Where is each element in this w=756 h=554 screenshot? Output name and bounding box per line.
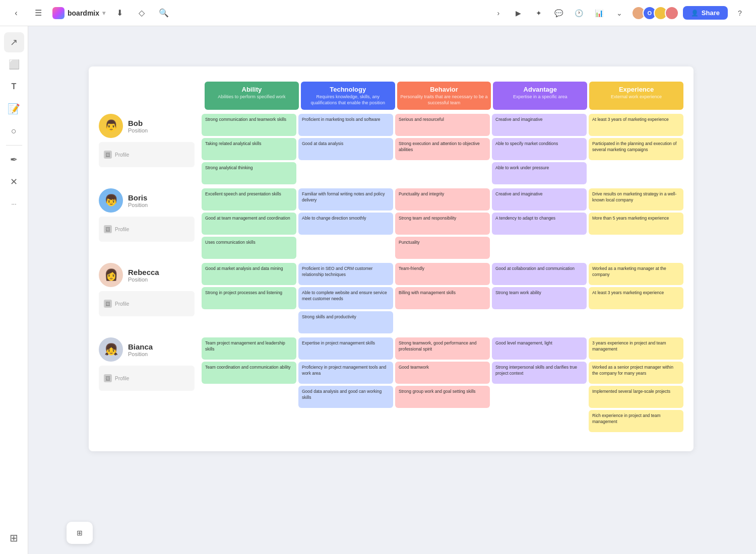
search-button[interactable]: 🔍 <box>156 5 172 21</box>
boris-tech-2[interactable]: Able to change direction smoothly <box>298 213 393 235</box>
add-frame-button[interactable]: ⊞ <box>4 528 24 548</box>
bob-behav-1[interactable]: Serious and resourceful <box>395 114 490 136</box>
rebecca-tech-3[interactable]: Strong skills and productivity <box>298 311 393 333</box>
bianca-ability-col: Team project management and leadership s… <box>202 337 296 432</box>
boris-exp-1[interactable]: Drive results on marketing strategy in a… <box>589 188 683 211</box>
profile-label-rebecca: Profile <box>115 301 129 307</box>
bob-exp-2[interactable]: Participated in the planning and executi… <box>589 138 683 160</box>
play-icon[interactable]: ▶ <box>511 5 527 21</box>
rebecca-advantage-col: Good at collaboration and communication … <box>492 263 587 333</box>
profile-label-boris: Profile <box>115 227 129 232</box>
pen-tool-button[interactable]: ✒ <box>4 150 24 170</box>
chat-icon[interactable]: 💬 <box>551 5 567 21</box>
bob-ability-3[interactable]: Strong analytical thinking <box>202 162 296 184</box>
bob-tech-1[interactable]: Proficient in marketing tools and softwa… <box>298 114 393 136</box>
bob-exp-1[interactable]: At least 3 years of marketing experience <box>589 114 683 136</box>
rebecca-tech-1[interactable]: Proficient in SEO and CRM customer relat… <box>298 263 393 285</box>
rebecca-technology-col: Proficient in SEO and CRM customer relat… <box>298 263 393 333</box>
boris-behav-2[interactable]: Strong team and responsibility <box>395 213 490 235</box>
rebecca-adv-1[interactable]: Good at collaboration and communication <box>492 263 587 285</box>
share-button[interactable]: 👤 Share <box>683 6 728 20</box>
star-icon[interactable]: ✦ <box>531 5 547 21</box>
bianca-tech-2[interactable]: Proficiency in project management tools … <box>298 362 393 384</box>
rebecca-tech-2[interactable]: Able to complete website and ensure serv… <box>298 287 393 309</box>
boris-behav-3[interactable]: Punctuality <box>395 237 490 259</box>
bianca-ability-1[interactable]: Team project management and leadership s… <box>202 337 296 360</box>
more-tools-button[interactable]: ··· <box>4 194 24 214</box>
bianca-exp-4[interactable]: Rich experience in project and team mana… <box>589 410 683 432</box>
dropdown-icon[interactable]: ▾ <box>102 10 105 17</box>
bianca-adv-1[interactable]: Good level management, light <box>492 337 587 360</box>
boris-ability-2[interactable]: Good at team management and coordination <box>202 213 296 235</box>
bob-behav-2[interactable]: Strong execution and attention to object… <box>395 138 490 160</box>
add-content-button[interactable]: ⊞ <box>72 525 88 541</box>
select-tool-button[interactable]: ↗ <box>4 32 24 52</box>
person-info-rebecca: 👩 Rebecca Position 🖼 Profile <box>99 263 200 316</box>
frame-tool-button[interactable]: ⬜ <box>4 54 24 75</box>
bob-experience-col: At least 3 years of marketing experience… <box>589 114 683 184</box>
bianca-behavior-col: Strong teamwork, good performance and pr… <box>395 337 490 432</box>
more-icon[interactable]: ⌄ <box>611 5 627 21</box>
technology-title: Technology <box>303 86 393 93</box>
bianca-behav-1[interactable]: Strong teamwork, good performance and pr… <box>395 337 490 360</box>
person-header-bob: 👨 Bob Position <box>99 114 195 138</box>
rebecca-ability-col: Good at market analysis and data mining … <box>202 263 296 333</box>
download-button[interactable]: ⬇ <box>111 5 128 21</box>
boris-tech-1[interactable]: Familiar with formal writing notes and p… <box>298 188 393 211</box>
bob-columns: Strong communication and teamwork skills… <box>202 114 683 184</box>
bianca-adv-2[interactable]: Strong interpersonal skills and clarifie… <box>492 362 587 384</box>
avatar-group: O <box>632 6 679 20</box>
rebecca-ability-2[interactable]: Strong in project processes and listenin… <box>202 287 296 309</box>
profile-icon-bianca: 🖼 <box>104 374 112 382</box>
person-row-bob: 👨 Bob Position 🖼 Profile Strong communic… <box>99 114 683 184</box>
bob-adv-2[interactable]: Able to specify market conditions <box>492 138 587 160</box>
bob-advantage-col: Creative and imaginative Able to specify… <box>492 114 587 184</box>
boris-ability-1[interactable]: Excellent speech and presentation skills <box>202 188 296 211</box>
shape-tool-button[interactable]: ○ <box>4 121 24 141</box>
rebecca-exp-1[interactable]: Worked as a marketing manager at the com… <box>589 263 683 285</box>
tag-button[interactable]: ◇ <box>134 5 150 21</box>
rebecca-behav-1[interactable]: Team-friendly <box>395 263 490 285</box>
back-button[interactable]: ‹ <box>8 5 24 21</box>
bianca-tech-3[interactable]: Good data analysis and good can working … <box>298 386 393 408</box>
text-tool-button[interactable]: T <box>4 77 24 97</box>
bob-ability-1[interactable]: Strong communication and teamwork skills <box>202 114 296 136</box>
connector-tool-button[interactable]: ✕ <box>4 172 24 192</box>
bianca-tech-1[interactable]: Expertise in project management skills <box>298 337 393 360</box>
bianca-columns: Team project management and leadership s… <box>202 337 683 432</box>
bianca-behav-2[interactable]: Good teamwork <box>395 362 490 384</box>
profile-label-bianca: Profile <box>115 376 129 381</box>
bottom-toolbar: ⊞ <box>67 522 93 544</box>
position-bob: Position <box>128 127 148 133</box>
rebecca-experience-col: Worked as a marketing manager at the com… <box>589 263 683 333</box>
bob-tech-2[interactable]: Good at data analysis <box>298 138 393 160</box>
boris-ability-col: Excellent speech and presentation skills… <box>202 188 296 259</box>
bianca-exp-3[interactable]: Implemented several large-scale projects <box>589 386 683 408</box>
chart-icon[interactable]: 📊 <box>591 5 607 21</box>
rebecca-behav-2[interactable]: Billing with management skills <box>395 287 490 309</box>
bob-ability-2[interactable]: Taking related analytical skills <box>202 138 296 160</box>
boris-technology-col: Familiar with formal writing notes and p… <box>298 188 393 259</box>
person-info-boris: 👦 Boris Position 🖼 Profile <box>99 188 200 242</box>
boris-behav-1[interactable]: Punctuality and integrity <box>395 188 490 211</box>
boris-exp-2[interactable]: More than 5 years marketing experience <box>589 213 683 235</box>
person-info-bianca: 👧 Bianca Position 🖼 Profile <box>99 337 200 391</box>
help-button[interactable]: ? <box>732 5 748 21</box>
boris-ability-3[interactable]: Uses communication skills <box>202 237 296 259</box>
bianca-exp-2[interactable]: Worked as a senior project manager withi… <box>589 362 683 384</box>
rebecca-exp-2[interactable]: At least 3 years marketing experience <box>589 287 683 309</box>
clock-icon[interactable]: 🕐 <box>571 5 587 21</box>
canvas-area[interactable]: Ability Abilities to perform specified w… <box>28 26 756 554</box>
bianca-ability-2[interactable]: Team coordination and communication abil… <box>202 362 296 384</box>
bob-adv-1[interactable]: Creative and imaginative <box>492 114 587 136</box>
note-tool-button[interactable]: 📝 <box>4 99 24 119</box>
bob-adv-3[interactable]: Able to work under pressure <box>492 162 587 184</box>
menu-button[interactable]: ☰ <box>30 5 46 21</box>
rebecca-ability-1[interactable]: Good at market analysis and data mining <box>202 263 296 285</box>
bianca-exp-1[interactable]: 3 years experience in project and team m… <box>589 337 683 360</box>
bianca-behav-3[interactable]: Strong group work and goal setting skill… <box>395 386 490 408</box>
boris-adv-2[interactable]: A tendency to adapt to changes <box>492 213 587 235</box>
boris-adv-1[interactable]: Creative and imaginative <box>492 188 587 211</box>
rebecca-adv-2[interactable]: Strong team work ability <box>492 287 587 309</box>
breadcrumb-icon[interactable]: › <box>490 5 507 21</box>
